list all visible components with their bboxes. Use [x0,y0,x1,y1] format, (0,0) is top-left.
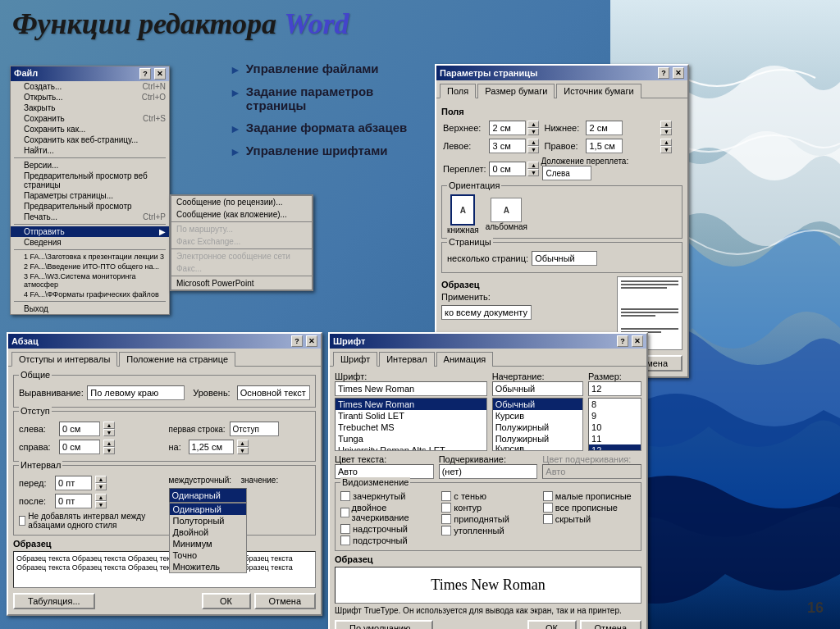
tab-paper-size[interactable]: Размер бумаги [477,84,555,98]
tab-animation[interactable]: Анимация [436,352,494,367]
abzac-ok-btn[interactable]: ОК [202,593,251,609]
left-spin-down[interactable]: ▼ [527,146,539,153]
underline-color-select[interactable]: Авто [542,464,641,479]
top-spin-up[interactable]: ▲ [527,121,539,128]
font-item-tunga[interactable]: Tunga [336,433,486,444]
subscript-cb[interactable] [340,536,350,545]
tab-paper-source[interactable]: Источник бумаги [556,84,641,98]
outline-cb[interactable] [441,503,451,513]
bef-spin-down[interactable]: ▼ [95,483,107,490]
indent-right-input[interactable] [59,440,100,454]
top-spin-down[interactable]: ▼ [527,128,539,135]
dropdown-item-exact[interactable]: Точно [170,549,246,561]
submenu-item-1[interactable]: Сообщение (по рецензии)... [171,196,312,208]
menu-recent-1[interactable]: 1 FA...\Заготовка к презентации лекции 3 [11,252,169,262]
tab-position[interactable]: Положение на странице [119,352,235,367]
size-item-11[interactable]: 11 [589,433,641,444]
by-input[interactable] [189,440,234,454]
style-item-bold[interactable]: Полужирный [493,422,582,433]
ir-spin-down[interactable]: ▼ [103,447,115,454]
menu-exit[interactable]: Выход [11,303,169,314]
font-close-btn[interactable]: ✕ [632,335,643,347]
bottom-spin-up[interactable]: ▲ [660,121,672,128]
size-item-12[interactable]: 12 [589,444,641,451]
level-select[interactable]: Основной текст [237,385,310,400]
menu-saveweb[interactable]: Сохранить как веб-страницу... [11,134,169,145]
submenu-item-5[interactable]: Электронное сообщение сети [171,250,312,262]
gutter-spin-up[interactable]: ▲ [527,162,539,169]
font-item-university[interactable]: University Roman Alts LET [336,444,486,451]
underline-select[interactable]: (нет) [439,464,538,479]
submenu-item-2[interactable]: Сообщение (как вложение)... [171,208,312,221]
font-help-btn[interactable]: ? [617,335,628,347]
line-select[interactable]: Одинарный [169,488,247,503]
after-input[interactable] [55,494,92,508]
hidden-cb[interactable] [543,514,553,524]
ir-spin-up[interactable]: ▲ [103,440,115,447]
depressed-cb[interactable] [441,526,451,536]
menu-pageparams[interactable]: Параметры страницы... [11,190,169,201]
by-spin-down[interactable]: ▼ [237,447,249,454]
bottom-spin-down[interactable]: ▼ [660,128,672,135]
abzac-close-btn[interactable]: ✕ [306,335,317,347]
align-select[interactable]: По левому краю [87,385,185,400]
tab-indent-interval[interactable]: Отступы и интервалы [11,352,117,367]
submenu-item-6[interactable]: Факс... [171,262,312,275]
size-item-8[interactable]: 8 [589,399,641,410]
menu-preview[interactable]: Предварительный просмотр [11,201,169,212]
before-input[interactable] [55,476,92,490]
font-cancel-btn[interactable]: Отмена [580,620,641,629]
right-spin-up[interactable]: ▲ [660,139,672,146]
multiple-pages-select[interactable]: Обычный [532,251,597,266]
font-name-input[interactable] [335,381,487,396]
first-row-select[interactable]: Отступ [230,422,279,436]
submenu-item-7[interactable]: Microsoft PowerPoint [171,277,312,289]
by-spin-up[interactable]: ▲ [237,440,249,447]
il-spin-up[interactable]: ▲ [103,422,115,429]
dropdown-item-single[interactable]: Одинарный [170,504,246,515]
double-strike-cb[interactable] [340,508,349,517]
close-button[interactable]: ✕ [154,68,166,80]
dropdown-item-min[interactable]: Минимум [170,538,246,549]
dropdown-item-multiple[interactable]: Множитель [170,561,246,572]
tab-interval[interactable]: Интервал [379,352,434,367]
no-interval-checkbox[interactable] [19,516,25,526]
tab-font[interactable]: Шрифт [333,352,377,367]
bottom-value-input[interactable] [586,121,623,135]
font-listbox[interactable]: Times New Roman Tiranti Solid LET Trebuc… [335,398,487,451]
style-item-bolditalic[interactable]: Полужирный Курсив [493,433,582,451]
page-params-help-btn[interactable]: ? [658,67,669,79]
strikethrough-cb[interactable] [340,491,350,501]
top-value-input[interactable] [489,121,526,135]
menu-send[interactable]: Отправить▶ [11,226,169,237]
superscript-cb[interactable] [340,524,350,534]
menu-versions[interactable]: Версии... [11,160,169,171]
style-listbox[interactable]: Обычный Курсив Полужирный Полужирный Кур… [492,398,583,451]
submenu-item-4[interactable]: Факс Exchange... [171,235,312,248]
bef-spin-up[interactable]: ▲ [95,476,107,483]
gutter-spin-down[interactable]: ▼ [527,169,539,176]
il-spin-down[interactable]: ▼ [103,429,115,436]
indent-left-input[interactable] [59,422,100,436]
dropdown-item-half[interactable]: Полуторный [170,515,246,526]
gutter-pos-select[interactable]: Слева [542,166,591,180]
menu-close[interactable]: Закрыть [11,103,169,113]
all-caps-cb[interactable] [543,503,553,513]
font-default-btn[interactable]: По умолчанию... [335,620,433,629]
size-item-9[interactable]: 9 [589,410,641,422]
left-spin-up[interactable]: ▲ [527,139,539,146]
menu-recent-2[interactable]: 2 FA...\Введение ИТО-ПТО общего на... [11,262,169,271]
menu-open[interactable]: Открыть...Ctrl+O [11,92,169,103]
shadow-cb[interactable] [441,491,451,501]
font-item-trebuchet[interactable]: Trebuchet MS [336,422,486,433]
right-value-input[interactable] [586,139,623,153]
abzac-cancel-btn[interactable]: Отмена [254,593,316,609]
font-item-times[interactable]: Times New Roman [336,399,486,410]
menu-recent-3[interactable]: 3 FA...\W3.Система мониторинга атмосфер [11,271,169,289]
portrait-option[interactable]: A книжная [447,194,479,235]
tab-button[interactable]: Табуляция... [13,593,95,609]
aft-spin-up[interactable]: ▲ [95,494,107,501]
menu-find[interactable]: Найти... [11,145,169,156]
size-listbox[interactable]: 8 9 10 11 12 [588,398,641,451]
help-button[interactable]: ? [139,68,151,80]
